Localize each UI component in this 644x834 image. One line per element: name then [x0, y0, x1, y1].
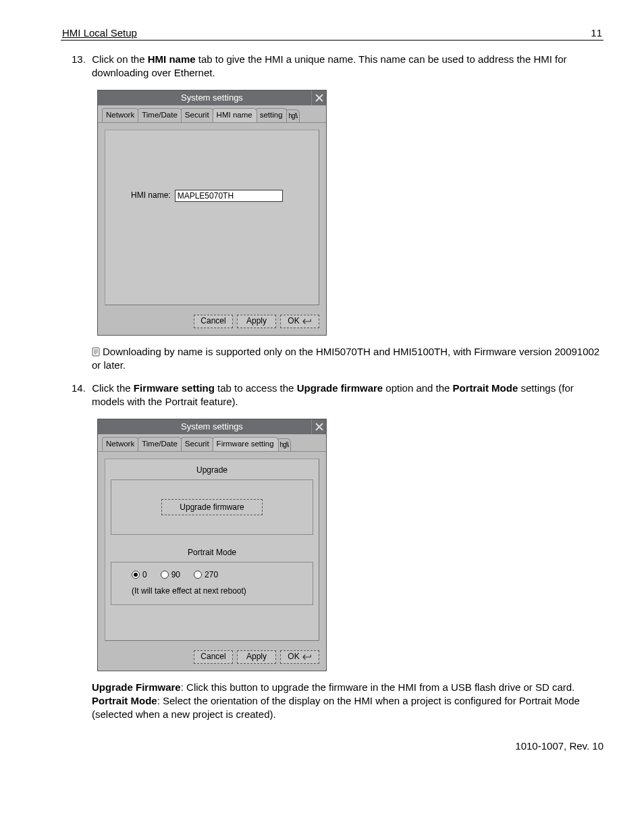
tab-network[interactable]: Network	[102, 437, 139, 451]
tab-hmi-name[interactable]: HMI name	[213, 108, 257, 123]
btn-label: Apply	[246, 651, 267, 662]
btn-label: Cancel	[200, 315, 225, 326]
dialog-body: Upgrade Upgrade firmware Portrait Mode 0…	[98, 452, 326, 645]
svg-rect-0	[92, 348, 99, 356]
page-header-left: HMI Local Setup	[62, 27, 137, 38]
portrait-section-title: Portrait Mode	[111, 547, 313, 558]
button-row: Cancel Apply OK	[98, 645, 326, 671]
tab-network[interactable]: Network	[102, 108, 139, 122]
ok-button[interactable]: OK	[280, 315, 319, 328]
b: Firmware setting	[134, 382, 215, 394]
tab-time-date[interactable]: Time/Date	[138, 108, 182, 122]
note-text: Downloading by name is supported only on…	[92, 346, 599, 371]
step-text-pre: Click on the	[92, 53, 148, 65]
close-button[interactable]	[311, 419, 326, 434]
cancel-button[interactable]: Cancel	[194, 315, 233, 328]
page-number: 11	[591, 27, 602, 38]
radio-0[interactable]: 0	[132, 569, 147, 580]
tab-panel: HMI name:	[105, 130, 319, 305]
step-number: 13.	[72, 53, 89, 66]
page-header: HMI Local Setup 11	[61, 27, 603, 41]
note-icon	[92, 347, 100, 357]
tab-scroll-icon[interactable]: hg\\	[286, 109, 300, 122]
b: Upgrade firmware	[297, 382, 383, 394]
reboot-note: (It will take effect at next reboot)	[114, 585, 310, 602]
hmi-name-input[interactable]	[175, 190, 283, 202]
tab-panel: Upgrade Upgrade firmware Portrait Mode 0…	[105, 459, 319, 641]
radio-90[interactable]: 90	[161, 569, 180, 580]
tab-firmware-setting[interactable]: Firmware setting	[213, 437, 279, 452]
close-icon	[315, 93, 324, 103]
enter-icon	[302, 654, 312, 660]
t: Click the	[92, 382, 134, 394]
close-icon	[315, 422, 324, 432]
tab-bar: Network Time/Date Securit HMI name setti…	[98, 105, 326, 123]
enter-icon	[302, 318, 312, 325]
system-settings-dialog-1: System settings Network Time/Date Securi…	[97, 90, 327, 336]
apply-button[interactable]: Apply	[237, 315, 276, 328]
desc-bold-2: Portrait Mode	[92, 695, 157, 706]
desc-text-2: : Select the orientation of the display …	[92, 695, 580, 720]
btn-label: OK	[288, 651, 299, 662]
step-bold: HMI name	[148, 53, 196, 65]
radio-label: 90	[171, 569, 180, 580]
ok-button[interactable]: OK	[280, 650, 319, 664]
dialog-titlebar: System settings	[98, 419, 326, 434]
system-settings-dialog-2: System settings Network Time/Date Securi…	[97, 419, 327, 671]
radio-label: 270	[205, 569, 218, 580]
footer-doc-code: 1010-1007, Rev. 10	[61, 740, 603, 752]
step-13: 13. Click on the HMI name tab to give th…	[92, 53, 603, 372]
tab-security[interactable]: Securit	[181, 437, 214, 451]
dialog-title: System settings	[181, 421, 243, 432]
tab-security[interactable]: Securit	[181, 108, 214, 122]
apply-button[interactable]: Apply	[237, 650, 276, 664]
desc-bold-1: Upgrade Firmware	[92, 681, 181, 693]
button-row: Cancel Apply OK	[98, 309, 326, 335]
radio-270[interactable]: 270	[194, 569, 218, 580]
note: Downloading by name is supported only on…	[92, 345, 603, 373]
tab-setting[interactable]: setting	[256, 108, 288, 122]
btn-label: Apply	[246, 315, 267, 326]
tab-time-date[interactable]: Time/Date	[138, 437, 182, 451]
desc-text-1: : Click this button to upgrade the firmw…	[181, 681, 575, 693]
upgrade-firmware-button[interactable]: Upgrade firmware	[161, 499, 263, 515]
step-number: 14.	[72, 382, 89, 395]
description-block: Upgrade Firmware: Click this button to u…	[92, 681, 603, 722]
portrait-radio-row: 0 90 270	[114, 567, 310, 585]
t: option and the	[383, 382, 452, 394]
b: Portrait Mode	[453, 382, 518, 394]
tab-bar: Network Time/Date Securit Firmware setti…	[98, 434, 326, 452]
close-button[interactable]	[311, 90, 326, 105]
cancel-button[interactable]: Cancel	[194, 650, 233, 664]
dialog-titlebar: System settings	[98, 90, 326, 105]
btn-label: Cancel	[200, 651, 225, 662]
hmi-name-label: HMI name:	[131, 190, 171, 201]
dialog-body: HMI name:	[98, 123, 326, 309]
tab-scroll-icon[interactable]: hg\\	[277, 438, 292, 451]
dialog-title: System settings	[181, 93, 243, 103]
step-14: 14. Click the Firmware setting tab to ac…	[92, 382, 603, 721]
radio-label: 0	[142, 569, 147, 580]
btn-label: OK	[288, 315, 299, 326]
upgrade-panel: Upgrade firmware	[111, 479, 313, 535]
upgrade-section-title: Upgrade	[111, 465, 313, 475]
portrait-panel: 0 90 270 (It will take effect at next re…	[111, 562, 313, 605]
t: tab to access the	[215, 382, 297, 394]
